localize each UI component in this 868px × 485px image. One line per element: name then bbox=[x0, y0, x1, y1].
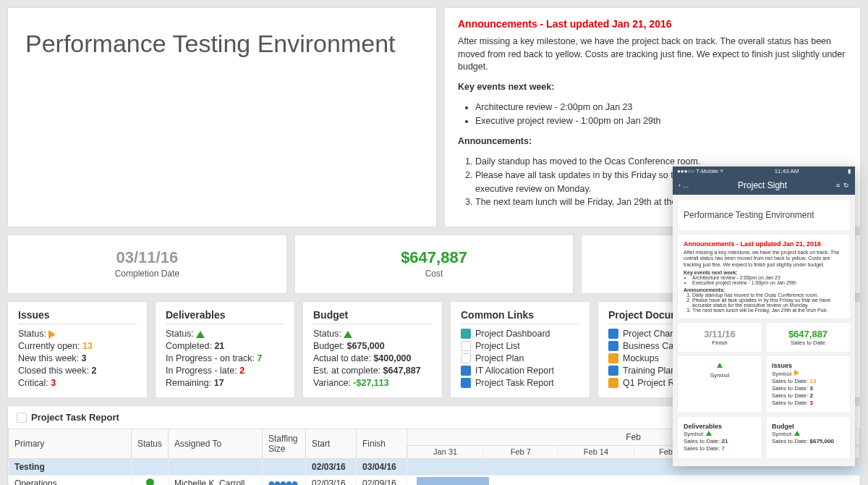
list-item: Executive project review - 1:00pm on Jan… bbox=[692, 280, 844, 285]
phone-status-bar: ●●●○○ T-Mobile ᯤ 11:43 AM ▮ bbox=[673, 166, 855, 176]
gantt-cell bbox=[407, 476, 860, 486]
file-icon bbox=[608, 353, 618, 363]
page-title: Performance Testing Environment bbox=[25, 30, 419, 58]
list-item: Architecture review - 2:00pm on Jan 23 bbox=[692, 275, 844, 280]
list-item: Architecture review - 2:00pm on Jan 23 bbox=[475, 101, 847, 114]
battery-icon: ▮ bbox=[848, 168, 851, 174]
phone-back-button[interactable]: ‹ … bbox=[678, 182, 689, 189]
stat-line: Budget: $675,000 bbox=[313, 341, 432, 351]
arrow-up-icon bbox=[344, 331, 352, 338]
stat-line: Remaining: 17 bbox=[166, 378, 284, 388]
phone-issues-heading: Issues bbox=[772, 362, 792, 369]
table-header[interactable]: Primary bbox=[9, 429, 132, 459]
file-icon bbox=[461, 353, 471, 363]
issues-card: Issues Status: Currently open: 13New thi… bbox=[7, 301, 148, 398]
phone-time: 11:43 AM bbox=[775, 168, 799, 174]
announcements-subheader: Announcements: bbox=[458, 136, 532, 146]
link-label: IT Allocation Report bbox=[475, 366, 554, 376]
stat-line: Actual to date: $400,000 bbox=[313, 353, 432, 363]
staffing-icons: ⬤⬤⬤⬤⬤ bbox=[263, 476, 306, 486]
arrow-up-icon bbox=[196, 331, 205, 338]
report-icon bbox=[17, 413, 27, 423]
phone-deliverables-card: Deliverables Symbol: Sales to Date: 21Sa… bbox=[677, 416, 762, 459]
list-item: Executive project review - 1:00pm on Jan… bbox=[475, 114, 847, 128]
stat-line: Variance: -$27,113 bbox=[313, 378, 432, 388]
deliverables-heading: Deliverables bbox=[166, 309, 284, 324]
list-item: The next team lunch will be Friday, Jan … bbox=[692, 308, 844, 313]
stat-line: New this week: 3 bbox=[18, 353, 137, 363]
link-item[interactable]: Project Plan bbox=[461, 353, 579, 363]
title-card: Performance Testing Environment bbox=[7, 7, 437, 227]
link-label: Project List bbox=[475, 341, 520, 351]
stat-line: Symbol: bbox=[772, 370, 844, 377]
phone-carrier: ●●●○○ T-Mobile ᯤ bbox=[677, 168, 726, 174]
list-item: Please have all task updates in by this … bbox=[692, 298, 844, 308]
stat-line: In Progress - late: 2 bbox=[166, 366, 284, 376]
link-item[interactable]: Project Task Report bbox=[461, 378, 579, 388]
phone-nav-icons[interactable]: ≡ ↻ bbox=[836, 182, 849, 189]
status-dot bbox=[146, 478, 154, 485]
announcements-header: Announcements - Last updated Jan 21, 201… bbox=[458, 18, 847, 30]
phone-deliv-heading: Deliverables bbox=[684, 423, 722, 430]
link-item[interactable]: Project List bbox=[461, 341, 579, 351]
kpi-cost: $647,887 Cost bbox=[294, 235, 574, 294]
phone-ann-header: Announcements - Last updated Jan 21, 201… bbox=[684, 240, 844, 248]
stat-line: Symbol: bbox=[772, 431, 844, 437]
file-icon bbox=[608, 366, 618, 376]
phone-kpi1-label: Finish bbox=[684, 340, 756, 346]
phone-kpi3-label: Symbol bbox=[684, 372, 756, 379]
arrow-up-icon bbox=[717, 363, 723, 368]
kpi-cost-value: $647,887 bbox=[302, 248, 566, 267]
stat-line: Sales to Date: 2 bbox=[772, 392, 844, 399]
phone-issues-card: Issues Symbol: Sales to Date: 13Sales to… bbox=[765, 355, 851, 413]
common-links-card: Common Links Project DashboardProject Li… bbox=[450, 301, 590, 398]
stat-line: Sales to Date: 21 bbox=[684, 438, 756, 444]
phone-kpi1-value: 3/11/16 bbox=[684, 329, 756, 340]
file-icon bbox=[608, 329, 618, 339]
phone-kpi-sales: $647,887 Sales to Date bbox=[765, 322, 851, 353]
stat-line: Critical: 3 bbox=[18, 378, 137, 388]
link-item[interactable]: IT Allocation Report bbox=[461, 366, 579, 376]
issues-status-label: Status: bbox=[18, 329, 46, 339]
table-row[interactable]: OperationsMichelle K. Carroll⬤⬤⬤⬤⬤02/03/… bbox=[9, 476, 860, 486]
phone-sub-ann-header: Announcements: bbox=[684, 287, 844, 292]
file-icon bbox=[461, 366, 471, 376]
budget-heading: Budget bbox=[313, 309, 432, 324]
phone-preview: ●●●○○ T-Mobile ᯤ 11:43 AM ▮ ‹ … Project … bbox=[673, 166, 855, 466]
stat-line: Completed: 21 bbox=[166, 341, 284, 351]
phone-kpi2-label: Sales to Date bbox=[772, 340, 844, 346]
phone-nav: ‹ … Project Sight ≡ ↻ bbox=[673, 176, 855, 195]
link-item[interactable]: Project Dashboard bbox=[461, 329, 579, 339]
phone-page-title: Performance Testing Environment bbox=[677, 199, 851, 231]
stat-line: Sales to Date: 3 bbox=[772, 400, 844, 406]
deliverables-card: Deliverables Status: Completed: 21In Pro… bbox=[155, 301, 295, 398]
phone-budget-card: Budget Symbol: Sales to Date: $675,000 bbox=[765, 416, 851, 459]
kpi-completion-value: 03/11/16 bbox=[15, 248, 279, 267]
table-header[interactable]: Assigned To bbox=[169, 429, 263, 459]
arrow-right-icon bbox=[48, 330, 56, 339]
file-icon bbox=[461, 378, 471, 388]
key-events-header: Key events next week: bbox=[458, 82, 554, 92]
table-header[interactable]: Finish bbox=[357, 429, 407, 459]
phone-kpi2-value: $647,887 bbox=[772, 329, 844, 340]
file-icon bbox=[608, 341, 618, 351]
link-label: Project Plan bbox=[475, 353, 524, 363]
key-events-list: Architecture review - 2:00pm on Jan 23Ex… bbox=[475, 101, 847, 128]
deliverables-status-label: Status: bbox=[166, 329, 194, 339]
file-icon bbox=[461, 329, 471, 339]
announcements-intro: After missing a key milestone, we have t… bbox=[458, 35, 847, 74]
task-report-title: Project Task Report bbox=[31, 412, 119, 423]
phone-ann-intro: After missing a key milestone, we have t… bbox=[684, 250, 844, 268]
phone-budget-heading: Budget bbox=[772, 423, 794, 430]
list-item: Daily standup has moved to the Ocas Conf… bbox=[692, 292, 844, 298]
link-label: Project Dashboard bbox=[475, 329, 550, 339]
issues-heading: Issues bbox=[18, 309, 137, 324]
kpi-completion: 03/11/16 Completion Date bbox=[7, 235, 287, 294]
table-header[interactable]: Start bbox=[306, 429, 357, 459]
common-links-heading: Common Links bbox=[461, 309, 579, 324]
table-header[interactable]: Status bbox=[132, 429, 169, 459]
file-icon bbox=[461, 341, 471, 351]
phone-key-header: Key events next week: bbox=[684, 270, 844, 275]
table-header[interactable]: Staffing Size bbox=[263, 429, 306, 459]
kpi-completion-label: Completion Date bbox=[15, 269, 279, 279]
